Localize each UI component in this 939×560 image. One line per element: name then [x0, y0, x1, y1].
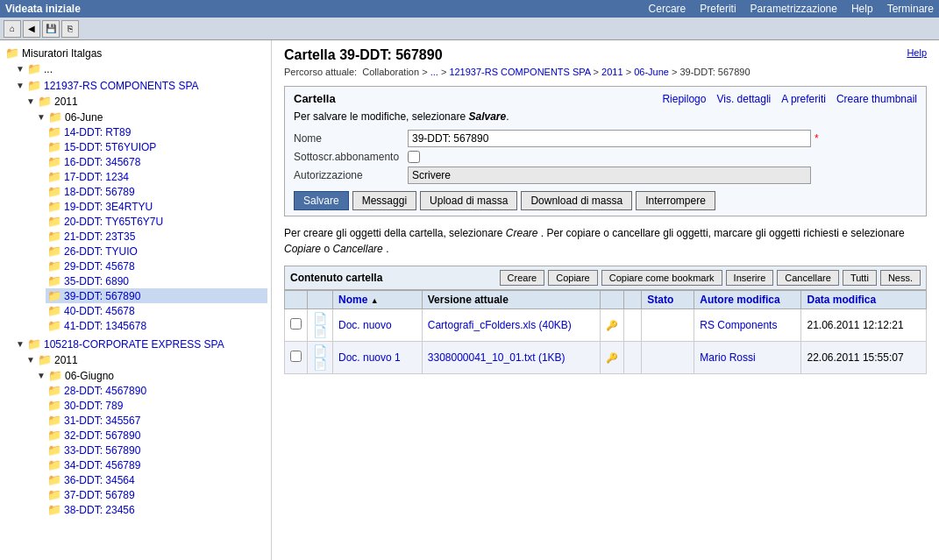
tree-link[interactable]: 35-DDT: 6890: [64, 275, 129, 287]
action-vis-dettagli[interactable]: Vis. dettagli: [716, 93, 771, 105]
tree-link-105218[interactable]: 105218-CORPORATE EXPRESS SPA: [44, 338, 224, 351]
download-button[interactable]: Download di massa: [521, 191, 632, 210]
menu-help[interactable]: Help: [851, 3, 873, 15]
tree-link[interactable]: 41-DDT: 1345678: [64, 320, 146, 332]
tree-item-14ddt[interactable]: 📁 14-DDT: RT89: [46, 124, 267, 139]
tree-item-16ddt[interactable]: 📁 16-DDT: 345678: [46, 154, 267, 169]
toolbar-back-button[interactable]: ◀: [23, 20, 40, 38]
tree-item-28ddt[interactable]: 📁 28-DDT: 4567890: [46, 383, 267, 398]
tree-link[interactable]: 37-DDT: 56789: [64, 489, 135, 501]
help-link[interactable]: Help: [907, 47, 927, 58]
tree-item-41ddt[interactable]: 📁 41-DDT: 1345678: [46, 318, 267, 333]
tree-link[interactable]: 19-DDT: 3E4RTYU: [64, 201, 153, 213]
tree-link[interactable]: 34-DDT: 456789: [64, 459, 140, 471]
name-input[interactable]: [408, 130, 811, 147]
row-author-link[interactable]: RS Components: [700, 319, 777, 331]
tree-item-30ddt[interactable]: 📁 30-DDT: 789: [46, 398, 267, 413]
interrompere-button[interactable]: Interrompere: [636, 191, 715, 210]
action-a-preferiti[interactable]: A preferiti: [781, 93, 826, 105]
upload-button[interactable]: Upload di massa: [420, 191, 517, 210]
tree-root-item[interactable]: 📁 Misuratori Italgas: [4, 46, 267, 60]
tree-item-32ddt[interactable]: 📁 32-DDT: 567890: [46, 428, 267, 443]
sort-name-link[interactable]: Nome: [338, 294, 367, 306]
tree-item-06giugno[interactable]: ▼ 📁 06-Giugno: [35, 368, 267, 383]
tree-link[interactable]: 20-DDT: TY65T6Y7U: [64, 216, 163, 228]
breadcrumb-06june[interactable]: 06-June: [634, 67, 669, 77]
action-riepilogo[interactable]: Riepilogo: [662, 93, 706, 105]
tree-link[interactable]: 30-DDT: 789: [64, 400, 123, 412]
tbl-creare-button[interactable]: Creare: [500, 270, 545, 286]
tree-item-33ddt[interactable]: 📁 33-DDT: 567890: [46, 443, 267, 457]
tree-link[interactable]: 26-DDT: TYUIO: [64, 245, 138, 258]
tree-link[interactable]: 36-DDT: 34564: [64, 474, 135, 486]
tbl-tutti-button[interactable]: Tutti: [843, 270, 877, 286]
tree-link[interactable]: 14-DDT: RT89: [64, 126, 131, 138]
tree-link[interactable]: 38-DDT: 23456: [64, 504, 135, 516]
toolbar-home-button[interactable]: ⌂: [4, 20, 21, 38]
tree-item-40ddt[interactable]: 📁 40-DDT: 45678: [46, 303, 267, 318]
tree-link[interactable]: 31-DDT: 345567: [64, 415, 140, 427]
tree-link-121937[interactable]: 121937-RS COMPONENTS SPA: [44, 80, 199, 92]
tree-item-26ddt[interactable]: 📁 26-DDT: TYUIO: [46, 244, 267, 259]
tree-link[interactable]: 16-DDT: 345678: [64, 156, 140, 168]
tree-link-selected[interactable]: 39-DDT: 567890: [64, 290, 140, 302]
col-date-header[interactable]: Data modifica: [801, 291, 927, 309]
tbl-cancellare-button[interactable]: Cancellare: [777, 270, 839, 286]
tree-item-36ddt[interactable]: 📁 36-DDT: 34564: [46, 472, 267, 487]
menu-terminare[interactable]: Terminare: [887, 3, 934, 15]
row-checkbox[interactable]: [290, 318, 302, 330]
tree-item-29ddt[interactable]: 📁 29-DDT: 45678: [46, 259, 267, 273]
tree-item-06june[interactable]: ▼ 📁 06-June: [35, 110, 267, 124]
menu-cercare[interactable]: Cercare: [649, 3, 686, 15]
tree-link[interactable]: 29-DDT: 45678: [64, 260, 135, 273]
tree-item-35ddt[interactable]: 📁 35-DDT: 6890: [46, 273, 267, 288]
row-author-link[interactable]: Mario Rossi: [700, 351, 755, 364]
breadcrumb-2011[interactable]: 2011: [601, 67, 622, 77]
tree-item-2011b[interactable]: ▼ 📁 2011: [25, 352, 267, 367]
tree-item-39ddt[interactable]: 📁 39-DDT: 567890: [46, 288, 267, 303]
tree-item-15ddt[interactable]: 📁 15-DDT: 5T6YUIOP: [46, 139, 267, 154]
tree-link[interactable]: 18-DDT: 56789: [64, 186, 135, 198]
action-creare-thumbnail[interactable]: Creare thumbnail: [836, 93, 917, 105]
tree-item-37ddt[interactable]: 📁 37-DDT: 56789: [46, 487, 267, 502]
col-state-header[interactable]: Stato: [642, 291, 694, 309]
tree-item-18ddt[interactable]: 📁 18-DDT: 56789: [46, 184, 267, 199]
tbl-bookmark-button[interactable]: Copiare come bookmark: [601, 270, 722, 286]
tree-link[interactable]: 28-DDT: 4567890: [64, 385, 146, 397]
tree-link[interactable]: 33-DDT: 567890: [64, 444, 140, 457]
tree-link[interactable]: 21-DDT: 23T35: [64, 230, 135, 243]
tree-item-31ddt[interactable]: 📁 31-DDT: 345567: [46, 413, 267, 428]
tbl-ness-button[interactable]: Ness.: [880, 270, 921, 286]
salvare-button[interactable]: Salvare: [294, 191, 349, 210]
row-name-link[interactable]: Doc. nuovo: [338, 319, 392, 331]
row-checkbox[interactable]: [290, 351, 302, 362]
tree-item-17ddt[interactable]: 📁 17-DDT: 1234: [46, 169, 267, 184]
tree-item-19ddt[interactable]: 📁 19-DDT: 3E4RTYU: [46, 199, 267, 214]
menu-preferiti[interactable]: Preferiti: [700, 3, 736, 15]
row-version-link[interactable]: Cartografi_cFolders.xls (40KB): [428, 319, 572, 331]
sort-date-link[interactable]: Data modifica: [807, 294, 876, 306]
row-name-link[interactable]: Doc. nuovo 1: [338, 351, 401, 364]
messaggi-button[interactable]: Messaggi: [352, 191, 416, 210]
tree-link[interactable]: 40-DDT: 45678: [64, 305, 135, 317]
tree-item-121937[interactable]: ▼ 📁 121937-RS COMPONENTS SPA: [14, 78, 267, 93]
sort-author-link[interactable]: Autore modifica: [700, 294, 779, 306]
tree-item-105218[interactable]: ▼ 📁 105218-CORPORATE EXPRESS SPA: [14, 337, 267, 351]
tree-item-2011[interactable]: ▼ 📁 2011: [25, 94, 267, 109]
tbl-copiare-button[interactable]: Copiare: [548, 270, 598, 286]
tree-item-20ddt[interactable]: 📁 20-DDT: TY65T6Y7U: [46, 214, 267, 229]
tree-item-38ddt[interactable]: 📁 38-DDT: 23456: [46, 502, 267, 517]
col-author-header[interactable]: Autore modifica: [694, 291, 801, 309]
auth-input[interactable]: [408, 167, 811, 184]
sort-state-link[interactable]: Stato: [647, 294, 673, 306]
tree-link[interactable]: 17-DDT: 1234: [64, 171, 129, 183]
breadcrumb-121937[interactable]: 121937-RS COMPONENTS SPA: [449, 67, 590, 77]
row-version-link[interactable]: 3308000041_10_01.txt (1KB): [428, 351, 566, 364]
tree-link[interactable]: 15-DDT: 5T6YUIOP: [64, 141, 156, 153]
breadcrumb-dots[interactable]: ...: [430, 67, 438, 77]
toolbar-save-button[interactable]: 💾: [42, 20, 60, 38]
tree-link[interactable]: 32-DDT: 567890: [64, 429, 140, 442]
col-name-header[interactable]: Nome ▲: [333, 291, 423, 309]
tree-item-dots[interactable]: ▼ 📁 ...: [14, 61, 267, 76]
tree-item-21ddt[interactable]: 📁 21-DDT: 23T35: [46, 229, 267, 244]
